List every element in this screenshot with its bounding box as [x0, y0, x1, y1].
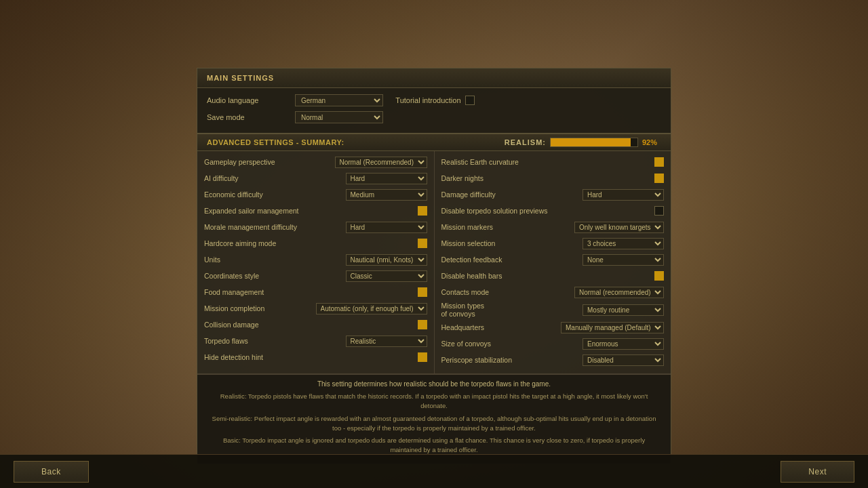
contacts-mode-control: Normal (recommended) Realistic — [574, 287, 664, 298]
audio-language-select[interactable]: German English French — [295, 94, 383, 106]
mission-types-control: Mostly routine Mixed Mostly combat — [583, 304, 664, 316]
hardcore-aiming-label: Hardcore aiming mode — [204, 239, 418, 247]
morale-difficulty-row: Morale management difficulty Easy Normal… — [204, 220, 427, 234]
darker-nights-row: Darker nights — [441, 171, 665, 185]
morale-difficulty-control: Easy Normal Hard — [346, 222, 427, 233]
main-settings-header: MAIN SETTINGS — [197, 68, 671, 88]
coordinates-select[interactable]: Classic Decimal DMS — [346, 270, 427, 282]
disable-health-bars-indicator[interactable] — [654, 271, 664, 281]
earth-curvature-indicator[interactable] — [654, 157, 664, 167]
gameplay-perspective-label: Gameplay perspective — [204, 158, 335, 166]
realism-label: REALISM: — [505, 138, 546, 146]
advanced-settings-title: ADVANCED SETTINGS - SUMMARY: — [207, 138, 344, 146]
food-management-row: Food management — [204, 285, 427, 299]
periscope-stabilization-label: Periscope stabilization — [441, 356, 583, 364]
expanded-sailor-indicator[interactable] — [418, 206, 427, 216]
coordinates-row: Coordinates style Classic Decimal DMS — [204, 269, 427, 283]
morale-difficulty-select[interactable]: Easy Normal Hard — [346, 222, 427, 233]
mission-markers-label: Mission markers — [441, 223, 575, 231]
periscope-stabilization-select[interactable]: Disabled Enabled — [583, 354, 664, 366]
mission-markers-row: Mission markers Only well known targets … — [441, 220, 665, 234]
contacts-mode-label: Contacts mode — [441, 288, 575, 296]
tutorial-checkbox[interactable] — [465, 96, 475, 105]
size-of-convoys-select[interactable]: Small Medium Large Enormous — [583, 338, 664, 350]
earth-curvature-label: Realistic Earth curvature — [441, 158, 655, 166]
economic-difficulty-row: Economic difficulty Easy Medium Hard — [204, 188, 427, 201]
torpedo-flaws-select[interactable]: Realistic Semi-realistic Basic — [346, 336, 427, 347]
headquarters-select[interactable]: Manually managed (Default) Automatic — [561, 322, 664, 333]
save-mode-select[interactable]: Normal Ironman Casual — [295, 111, 383, 123]
description-title: This setting determines how realistic sh… — [207, 380, 661, 388]
economic-difficulty-select[interactable]: Easy Medium Hard — [346, 189, 427, 201]
disable-torpedo-checkbox[interactable] — [654, 206, 664, 216]
mission-selection-control: 1 choice 2 choices 3 choices — [583, 238, 664, 249]
description-area: This setting determines how realistic sh… — [197, 374, 671, 464]
darker-nights-control[interactable] — [654, 174, 664, 183]
realism-bar-fill — [551, 138, 631, 146]
mission-types-row: Mission typesof convoys Mostly routine M… — [441, 302, 665, 318]
mission-types-label: Mission typesof convoys — [441, 302, 583, 318]
coordinates-control: Classic Decimal DMS — [346, 270, 427, 282]
morale-difficulty-label: Morale management difficulty — [204, 223, 346, 231]
hide-detection-indicator[interactable] — [418, 352, 427, 362]
mission-types-select[interactable]: Mostly routine Mixed Mostly combat — [583, 304, 664, 316]
mission-completion-label: Mission completion — [204, 304, 316, 312]
hide-detection-row: Hide detection hint — [204, 350, 427, 364]
ai-difficulty-control: Easy Normal Hard — [346, 173, 427, 184]
earth-curvature-control[interactable] — [654, 157, 664, 167]
headquarters-row: Headquarters Manually managed (Default) … — [441, 321, 665, 334]
damage-difficulty-select[interactable]: Easy Normal Hard — [583, 189, 664, 201]
mission-completion-control: Automatic (only, if enough fuel) Manual — [316, 303, 427, 314]
food-management-label: Food management — [204, 288, 418, 296]
units-row: Units Nautical (nmi, Knots) Imperial Met… — [204, 253, 427, 266]
bottom-bar: Back Next — [0, 454, 868, 488]
expanded-sailor-label: Expanded sailor management — [204, 207, 418, 215]
save-mode-row: Save mode Normal Ironman Casual — [207, 110, 661, 124]
hardcore-aiming-row: Hardcore aiming mode — [204, 237, 427, 250]
food-management-indicator[interactable] — [418, 287, 427, 297]
disable-torpedo-label: Disable torpedo solution previews — [441, 207, 655, 215]
contacts-mode-select[interactable]: Normal (recommended) Realistic — [574, 287, 664, 298]
damage-difficulty-control: Easy Normal Hard — [583, 189, 664, 201]
headquarters-control: Manually managed (Default) Automatic — [561, 322, 664, 333]
expanded-sailor-control[interactable] — [418, 206, 427, 216]
mission-selection-select[interactable]: 1 choice 2 choices 3 choices — [583, 238, 664, 249]
right-column: Realistic Earth curvature Darker nights … — [435, 151, 671, 373]
hide-detection-label: Hide detection hint — [204, 353, 418, 361]
ai-difficulty-row: AI difficulty Easy Normal Hard — [204, 171, 427, 185]
darker-nights-indicator[interactable] — [654, 174, 664, 183]
hardcore-aiming-control[interactable] — [418, 239, 427, 248]
back-button[interactable]: Back — [14, 461, 89, 483]
ai-difficulty-select[interactable]: Easy Normal Hard — [346, 173, 427, 184]
food-management-control[interactable] — [418, 287, 427, 297]
torpedo-flaws-row: Torpedo flaws Realistic Semi-realistic B… — [204, 334, 427, 348]
next-button[interactable]: Next — [781, 461, 854, 483]
collision-damage-control[interactable] — [418, 320, 427, 329]
hide-detection-control[interactable] — [418, 352, 427, 362]
audio-language-row: Audio language German English French Tut… — [207, 94, 661, 107]
mission-markers-select[interactable]: Only well known targets All None — [574, 222, 664, 233]
disable-health-bars-label: Disable health bars — [441, 272, 655, 280]
periscope-stabilization-row: Periscope stabilization Disabled Enabled — [441, 353, 665, 367]
units-label: Units — [204, 256, 346, 264]
collision-damage-indicator[interactable] — [418, 320, 427, 329]
headquarters-label: Headquarters — [441, 323, 561, 331]
detection-feedback-select[interactable]: Full Partial None — [583, 254, 664, 266]
mission-selection-row: Mission selection 1 choice 2 choices 3 c… — [441, 237, 665, 250]
detection-feedback-label: Detection feedback — [441, 256, 583, 264]
disable-torpedo-control[interactable] — [654, 206, 664, 216]
advanced-settings-header: ADVANCED SETTINGS - SUMMARY: REALISM: 92… — [197, 134, 671, 151]
hardcore-aiming-indicator[interactable] — [418, 239, 427, 248]
torpedo-flaws-control: Realistic Semi-realistic Basic — [346, 336, 427, 347]
mission-completion-select[interactable]: Automatic (only, if enough fuel) Manual — [316, 303, 427, 314]
damage-difficulty-label: Damage difficulty — [441, 190, 583, 199]
units-control: Nautical (nmi, Knots) Imperial Metric — [346, 254, 427, 266]
description-line-3: Basic: Torpedo impact angle is ignored a… — [207, 436, 661, 455]
disable-health-bars-control[interactable] — [654, 271, 664, 281]
expanded-sailor-row: Expanded sailor management — [204, 204, 427, 218]
description-line-2: Semi-realistic: Perfect impact angle is … — [207, 414, 661, 434]
units-select[interactable]: Nautical (nmi, Knots) Imperial Metric — [346, 254, 427, 266]
disable-health-bars-row: Disable health bars — [441, 269, 665, 283]
detection-feedback-control: Full Partial None — [583, 254, 664, 266]
gameplay-perspective-select[interactable]: Normal (Recommended) Top-down — [335, 157, 427, 168]
